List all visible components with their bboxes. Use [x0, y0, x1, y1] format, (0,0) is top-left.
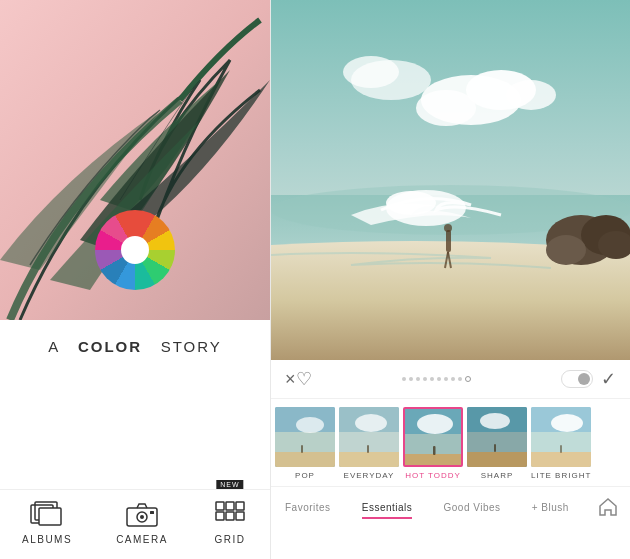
svg-rect-7 [150, 511, 154, 514]
svg-point-6 [140, 515, 144, 519]
svg-rect-13 [236, 512, 244, 520]
filter-everyday[interactable]: EVERYDAY [339, 407, 399, 480]
dot-7 [444, 377, 448, 381]
filter-label-sharp: SHARP [481, 471, 514, 480]
beach-svg [271, 0, 630, 360]
right-panel: × ♡ ✓ [270, 0, 630, 559]
tab-blush[interactable]: + Blush [526, 498, 575, 517]
home-button[interactable] [594, 493, 622, 521]
filter-thumb-everyday [339, 407, 399, 467]
nav-item-grid-wrapper: NEW GRID [212, 500, 248, 545]
svg-point-56 [551, 414, 583, 432]
svg-rect-11 [216, 512, 224, 520]
svg-rect-45 [405, 454, 463, 467]
nav-label-albums: ALBUMS [22, 534, 72, 545]
close-button[interactable]: × [285, 370, 296, 388]
filter-label-pop: POP [295, 471, 315, 480]
svg-point-20 [343, 56, 399, 88]
toolbar-row: × ♡ ✓ [271, 360, 630, 399]
svg-rect-35 [275, 452, 335, 467]
toggle-switch[interactable] [561, 370, 593, 388]
tab-favorites[interactable]: Favorites [279, 498, 337, 517]
dot-1 [402, 377, 406, 381]
svg-rect-49 [467, 432, 527, 452]
tab-essentials[interactable]: Essentials [356, 498, 419, 517]
dot-2 [409, 377, 413, 381]
svg-point-24 [386, 191, 436, 215]
filter-sharp[interactable]: SHARP [467, 407, 527, 480]
svg-rect-40 [339, 452, 399, 467]
tab-goodvibes[interactable]: Good Vibes [437, 498, 506, 517]
grid-icon [212, 500, 248, 528]
svg-point-36 [296, 417, 324, 433]
filter-label-litebright: LITE BRIGHT [531, 471, 591, 480]
beach-image [271, 0, 630, 360]
nav-label-grid: GRID [214, 534, 245, 545]
dot-6 [437, 377, 441, 381]
filter-pop[interactable]: POP [275, 407, 335, 480]
nav-item-camera[interactable]: CAMERA [116, 500, 168, 545]
svg-point-46 [417, 414, 453, 434]
nav-item-grid[interactable]: NEW GRID [212, 500, 248, 545]
nav-item-albums[interactable]: ALBUMS [22, 500, 72, 545]
filter-litebright[interactable]: LITE BRIGHT [531, 407, 591, 480]
progress-dots [312, 376, 561, 382]
dot-10 [465, 376, 471, 382]
svg-rect-57 [560, 445, 562, 453]
dot-5 [430, 377, 434, 381]
dot-9 [458, 377, 462, 381]
svg-rect-52 [494, 444, 496, 452]
svg-point-27 [546, 235, 586, 265]
svg-point-51 [480, 413, 510, 429]
heart-button[interactable]: ♡ [296, 368, 312, 390]
nav-bar: ALBUMS CAMERA NEW [0, 489, 270, 559]
left-hero-image [0, 0, 270, 320]
filter-strip: POP EVERYDAY [271, 399, 630, 487]
camera-icon [124, 500, 160, 528]
svg-rect-50 [467, 452, 527, 467]
filter-thumb-pop [275, 407, 335, 467]
svg-rect-55 [531, 452, 591, 467]
svg-rect-42 [367, 445, 369, 453]
svg-rect-47 [433, 446, 436, 455]
check-button[interactable]: ✓ [601, 368, 616, 390]
svg-rect-29 [446, 230, 451, 252]
category-tabs: Favorites Essentials Good Vibes + Blush [271, 487, 630, 523]
svg-point-17 [416, 90, 476, 126]
svg-rect-9 [226, 502, 234, 510]
new-badge: NEW [216, 480, 243, 489]
svg-rect-8 [216, 502, 224, 510]
left-panel: A COLOR STORY ALBUMS [0, 0, 270, 559]
svg-rect-12 [226, 512, 234, 520]
color-wheel [95, 210, 175, 290]
svg-rect-37 [301, 445, 303, 453]
app-title: A COLOR STORY [0, 320, 270, 365]
filter-label-hottoddy: HOT TODDY [405, 471, 461, 480]
filter-hottoddy[interactable]: HOT TODDY [403, 407, 463, 480]
dot-8 [451, 377, 455, 381]
svg-rect-34 [275, 432, 335, 452]
svg-rect-10 [236, 502, 244, 510]
dot-3 [416, 377, 420, 381]
svg-point-41 [355, 414, 387, 432]
svg-point-30 [444, 224, 452, 232]
svg-point-18 [506, 80, 556, 110]
svg-rect-3 [39, 508, 61, 525]
nav-item-camera-wrapper: CAMERA [116, 500, 168, 545]
filter-thumb-sharp [467, 407, 527, 467]
filter-label-everyday: EVERYDAY [344, 471, 395, 480]
nav-label-camera: CAMERA [116, 534, 168, 545]
filter-thumb-hottoddy [403, 407, 463, 467]
albums-icon [29, 500, 65, 528]
filter-thumb-litebright [531, 407, 591, 467]
dot-4 [423, 377, 427, 381]
